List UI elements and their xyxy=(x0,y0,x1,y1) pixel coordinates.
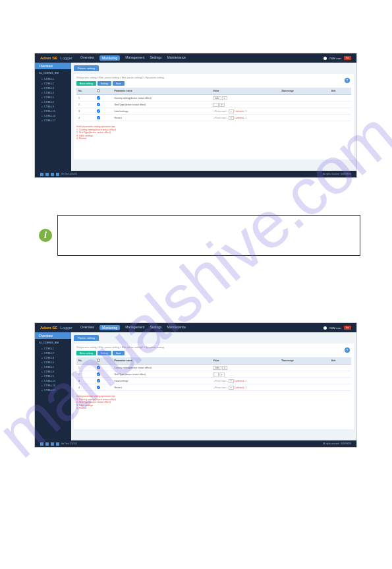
row-checkbox[interactable] xyxy=(97,379,100,382)
nav-overview[interactable]: Overview xyxy=(80,325,94,330)
value-dropdown[interactable]: ▾ xyxy=(229,379,234,383)
select-all-checkbox[interactable] xyxy=(97,359,100,362)
user-label: O&M user xyxy=(329,57,341,60)
sidebar: Overview SL_CDENG_BM COM3-1 COM3-2 COM3-… xyxy=(35,332,71,440)
value-dropdown[interactable]: ▾ xyxy=(229,116,234,120)
value-select[interactable]: India xyxy=(213,96,221,100)
tab-param-setting[interactable]: Param. setting xyxy=(74,335,99,341)
value-dropdown[interactable]: ▾ xyxy=(222,96,227,100)
row-checkbox[interactable] xyxy=(97,103,100,106)
nav-monitoring[interactable]: Monitoring xyxy=(99,55,120,61)
help-icon[interactable]: ? xyxy=(345,78,350,83)
footer-icon xyxy=(51,173,54,176)
main-content: Param. setting ? Grid params setting > E… xyxy=(71,332,356,440)
col-chk xyxy=(95,88,112,95)
nav-monitoring[interactable]: Monitoring xyxy=(99,325,120,330)
footer-time: the Time 12:43:51 xyxy=(61,442,77,445)
sidebar-device[interactable]: COM3-1 xyxy=(35,76,71,81)
value-dropdown[interactable]: ▾ xyxy=(229,109,234,113)
svg-rect-3 xyxy=(56,173,59,176)
breadcrumb: Grid params setting > Elec.-param settin… xyxy=(76,346,351,349)
nav-overview[interactable]: Overview xyxy=(80,55,94,61)
footer-time: the Time 12:43:51 xyxy=(61,173,77,175)
footer-icon xyxy=(40,173,43,176)
sidebar-device[interactable]: COM3-5 xyxy=(35,95,71,100)
user-label: O&M user xyxy=(329,326,341,330)
screenshot-2: Adam SE Logger Overview Monitoring Manag… xyxy=(34,322,357,448)
nav-maintenance[interactable]: Maintenance xyxy=(167,325,186,330)
sidebar-group[interactable]: SL_CDENG_BM xyxy=(35,339,71,346)
panel: ? Grid params setting > Elec.-param sett… xyxy=(74,74,354,160)
basic-setting-button[interactable]: Basic setting xyxy=(76,351,96,355)
sidebar-device[interactable]: COM4-17 xyxy=(35,118,71,123)
value-dropdown[interactable]: ▾ xyxy=(222,366,227,370)
footer-rights: All rights reserved · SUNGROW xyxy=(323,173,351,175)
footer-icon xyxy=(40,442,43,446)
row-checkbox[interactable] xyxy=(97,96,100,100)
value-select[interactable] xyxy=(213,103,219,107)
value-dropdown[interactable]: ▾ xyxy=(229,386,234,390)
sidebar-device[interactable]: COM3-6 xyxy=(35,369,71,374)
sidebar-device[interactable]: COM3-3 xyxy=(35,86,71,90)
sidebar: Overview SL_CDENG_BM COM3-1 COM3-2 COM3-… xyxy=(35,63,71,171)
sidebar-device[interactable]: COM4-9 xyxy=(35,104,71,109)
col-value: Value xyxy=(211,357,279,365)
user-icon xyxy=(323,57,327,60)
param-table: No. Parameter name Value Data range Unit… xyxy=(76,357,351,391)
value-dropdown[interactable]: ▾ xyxy=(219,373,225,376)
setting-button[interactable]: Setting xyxy=(98,351,111,355)
save-button[interactable]: Save xyxy=(113,81,125,86)
row-checkbox[interactable] xyxy=(97,386,100,389)
row-checkbox[interactable] xyxy=(97,373,100,376)
exit-button[interactable]: Exit xyxy=(344,326,351,330)
exit-button[interactable]: Exit xyxy=(344,56,351,60)
sidebar-device[interactable]: COM4-15 xyxy=(35,109,71,113)
save-button[interactable]: Save xyxy=(113,351,125,355)
sidebar-device[interactable]: COM4-16 xyxy=(35,383,71,388)
basic-setting-button[interactable]: Basic setting xyxy=(76,81,96,86)
sidebar-device[interactable]: COM4-9 xyxy=(35,374,71,378)
help-icon[interactable]: ? xyxy=(345,347,350,353)
table-row: 1Country setting(device restart effect)I… xyxy=(76,365,351,371)
table-row: 4Restart—Please input— ▾ Confirmed - 1 xyxy=(76,384,351,391)
value-select[interactable]: India xyxy=(213,366,221,370)
row-checkbox[interactable] xyxy=(97,116,100,119)
nav-settings[interactable]: Settings xyxy=(150,55,161,61)
brand: Logger xyxy=(60,56,72,60)
sidebar-group[interactable]: SL_CDENG_BM xyxy=(35,69,71,76)
tab-param-setting[interactable]: Param. setting xyxy=(74,65,99,71)
sidebar-device[interactable]: COM3-1 xyxy=(35,346,71,351)
sidebar-overview[interactable]: Overview xyxy=(35,332,71,339)
sidebar-device[interactable]: COM4-16 xyxy=(35,113,71,118)
sidebar-device[interactable]: COM3-2 xyxy=(35,351,71,355)
note: Initial parameter setting operation tips… xyxy=(76,125,351,140)
nav-settings[interactable]: Settings xyxy=(150,325,161,330)
footer-rights: All rights reserved · SUNGROW xyxy=(323,442,351,445)
sidebar-overview[interactable]: Overview xyxy=(35,63,71,69)
value-dropdown[interactable]: ▾ xyxy=(219,103,225,107)
sidebar-device[interactable]: COM4-17 xyxy=(35,388,71,392)
nav-maintenance[interactable]: Maintenance xyxy=(167,55,186,61)
sidebar-device[interactable]: COM4-15 xyxy=(35,378,71,383)
logo: Adam SE xyxy=(40,326,57,330)
setting-button[interactable]: Setting xyxy=(98,81,111,86)
nav-management[interactable]: Management xyxy=(125,325,144,330)
sidebar-device[interactable]: COM3-6 xyxy=(35,100,71,104)
nav-management[interactable]: Management xyxy=(125,55,144,61)
row-checkbox[interactable] xyxy=(97,366,100,369)
svg-rect-5 xyxy=(45,442,49,446)
footer-icon xyxy=(51,442,54,446)
param-table: No. Parameter name Value Data range Unit… xyxy=(76,88,351,121)
button-row: Basic setting Setting Save xyxy=(76,81,351,86)
select-all-checkbox[interactable] xyxy=(97,89,100,92)
sidebar-device[interactable]: COM3-5 xyxy=(35,365,71,369)
value-select[interactable] xyxy=(213,373,219,376)
col-range: Data range xyxy=(280,357,329,365)
svg-rect-7 xyxy=(56,442,59,446)
sidebar-device[interactable]: COM3-4 xyxy=(35,90,71,95)
row-checkbox[interactable] xyxy=(97,109,100,113)
sidebar-device[interactable]: COM3-3 xyxy=(35,355,71,360)
sidebar-device[interactable]: COM3-2 xyxy=(35,81,71,86)
breadcrumb: Grid params setting > Elec.-param settin… xyxy=(76,76,351,79)
sidebar-device[interactable]: COM3-4 xyxy=(35,360,71,365)
